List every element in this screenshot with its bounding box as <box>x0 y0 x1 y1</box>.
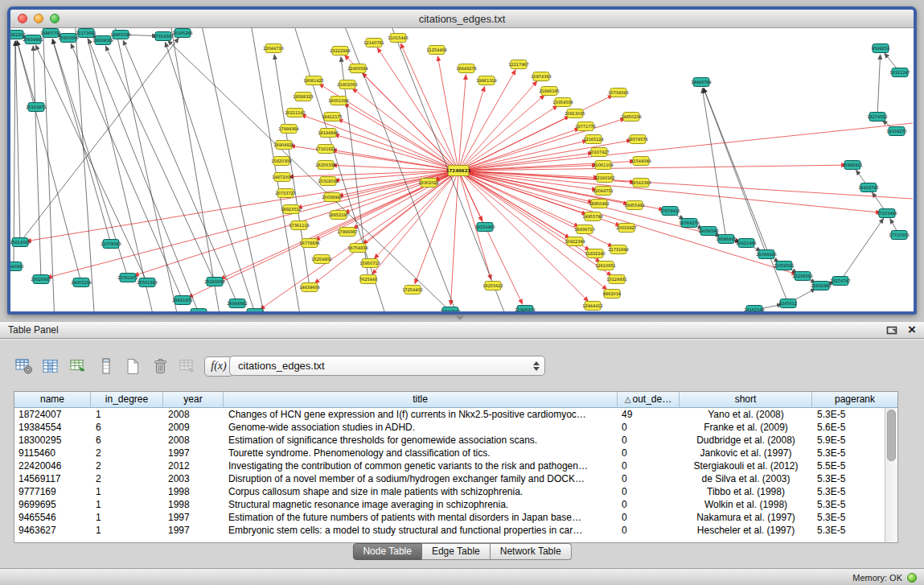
network-canvas[interactable]: 1626220720634891198657081595000621173681… <box>10 28 914 311</box>
graph-node[interactable]: 21731699 <box>608 245 628 254</box>
column-header-title[interactable]: title <box>224 392 618 408</box>
graph-node[interactable]: 16542393 <box>630 179 651 187</box>
graph-node[interactable]: 17103496 <box>877 209 897 218</box>
graph-node[interactable]: 12165124 <box>583 135 603 144</box>
minimize-window-icon[interactable] <box>34 14 43 23</box>
zoom-window-icon[interactable] <box>50 14 60 23</box>
graph-node[interactable]: 11544049 <box>630 157 651 166</box>
table-row[interactable]: 911546021997Tourette syndrome. Phenomeno… <box>14 447 885 459</box>
table-row[interactable]: 1872400712008Changes of HCN gene express… <box>14 408 885 421</box>
graph-node[interactable]: 14872006 <box>272 173 292 182</box>
graph-node[interactable]: 16754838 <box>347 244 368 253</box>
graph-node[interactable]: 18839029 <box>92 36 113 45</box>
graph-node[interactable]: 25614009 <box>10 238 31 247</box>
graph-node[interactable]: 16418745 <box>858 183 878 192</box>
graph-node[interactable]: 19965036 <box>110 31 130 39</box>
graph-node[interactable]: 18784279 <box>679 219 699 228</box>
graph-node[interactable]: 19339270 <box>886 127 906 136</box>
graph-node[interactable]: 19056548 <box>698 227 718 236</box>
graph-node[interactable]: 18923512 <box>281 205 301 214</box>
graph-node[interactable]: 18950492 <box>589 200 609 208</box>
graph-node[interactable]: 11254408 <box>426 46 446 55</box>
graph-node[interactable]: 21061104 <box>593 161 613 170</box>
table-row[interactable]: 1938455462009Genome-wide association stu… <box>14 421 885 434</box>
graph-node[interactable]: 22044733 <box>263 44 283 53</box>
graph-node[interactable]: 17999364 <box>278 125 298 134</box>
graph-node[interactable]: 18274562 <box>867 113 887 122</box>
tab-network-table[interactable]: Network Table <box>491 543 572 560</box>
graph-node[interactable]: 20038947 <box>322 193 342 202</box>
graph-node[interactable]: 17554300 <box>153 32 173 41</box>
graph-node[interactable]: 16256338 <box>315 161 335 170</box>
table-row[interactable]: 2242004622012Investigating the contribut… <box>14 459 885 472</box>
graph-node[interactable]: 16649278 <box>456 64 476 73</box>
graph-node[interactable]: 20421486 <box>736 239 756 248</box>
tab-edge-table[interactable]: Edge Table <box>422 543 491 560</box>
graph-node[interactable]: 26094882 <box>227 299 247 308</box>
graph-node[interactable]: 23274747 <box>830 277 850 286</box>
graph-node[interactable]: 10734043 <box>608 89 628 97</box>
graph-node[interactable]: 22400584 <box>347 64 368 73</box>
graph-node[interactable]: 22238593 <box>792 272 812 281</box>
graph-node[interactable]: 9599254 <box>872 44 889 53</box>
graph-node[interactable]: 12944412 <box>582 302 602 311</box>
graph-node[interactable]: 14955798 <box>582 212 602 221</box>
graph-node[interactable]: 11015443 <box>388 34 408 43</box>
graph-node[interactable]: 18852197 <box>328 211 348 220</box>
graph-node[interactable]: 12217967 <box>508 60 528 69</box>
graph-node[interactable]: 24850238 <box>621 113 641 122</box>
table-row[interactable]: 946362711997Embryonic stem cells: a mode… <box>14 524 885 537</box>
graph-node[interactable]: 13129931 <box>606 275 626 284</box>
graph-node[interactable]: 20195266 <box>172 29 192 38</box>
column-header-name[interactable]: name <box>14 392 91 408</box>
graph-node[interactable]: 10922399 <box>565 237 585 246</box>
graph-node[interactable]: 21173681 <box>76 29 96 38</box>
graph-node[interactable]: 10321247 <box>889 68 910 77</box>
graph-node[interactable]: 24590275 <box>188 309 208 312</box>
graph-node[interactable]: 19448794 <box>691 78 711 87</box>
graph-node[interactable]: 23761972 <box>117 274 138 282</box>
graph-node[interactable]: 18302022 <box>418 179 438 187</box>
graph-node[interactable]: 17710503 <box>889 231 909 240</box>
graph-node[interactable]: 20733727 <box>275 189 295 198</box>
graph-node[interactable]: 13354508 <box>552 98 573 107</box>
network-view-window[interactable]: citations_edges.txt 16262207206348911986… <box>7 6 917 315</box>
table-vertical-scrollbar[interactable] <box>885 408 897 542</box>
graph-node[interactable]: 21078083 <box>101 240 121 249</box>
close-panel-icon[interactable]: × <box>908 324 916 336</box>
graph-node[interactable]: 22044751 <box>593 187 613 196</box>
graph-node[interactable]: 7625440 <box>359 275 377 284</box>
window-titlebar[interactable]: citations_edges.txt <box>10 10 914 28</box>
graph-node[interactable]: 20211142 <box>285 109 305 117</box>
graph-node[interactable]: 19955492 <box>624 201 644 210</box>
show-columns-button[interactable] <box>40 355 62 377</box>
graph-node[interactable]: 11832240 <box>585 249 605 258</box>
scrollbar-thumb[interactable] <box>887 410 896 461</box>
graph-node[interactable]: 20163871 <box>26 103 46 112</box>
single-column-button[interactable] <box>95 355 117 377</box>
graph-node[interactable]: 18081425 <box>303 76 323 85</box>
graph-node[interactable]: 22832961 <box>811 282 831 290</box>
graph-node[interactable]: 15950713 <box>359 259 380 268</box>
close-window-icon[interactable] <box>18 14 27 23</box>
graph-node[interactable]: 23222848 <box>330 47 350 56</box>
graph-node[interactable]: 23831971 <box>172 296 192 305</box>
graph-node[interactable]: 21658581 <box>774 262 794 270</box>
graph-node[interactable]: 21802063 <box>337 80 357 89</box>
column-header-out-degree[interactable]: △out_de… <box>618 392 680 408</box>
graph-node[interactable]: 20634891 <box>23 35 43 44</box>
table-row[interactable]: 1830029562008Estimation of significance … <box>14 434 885 447</box>
graph-node[interactable]: 17240621 <box>446 166 471 176</box>
graph-node[interactable]: 12140781 <box>363 39 384 47</box>
tab-node-table[interactable]: Node Table <box>352 543 422 560</box>
graph-node[interactable]: 21094928 <box>756 250 776 259</box>
graph-node[interactable]: 14639609 <box>299 283 319 292</box>
column-header-short[interactable]: short <box>680 392 812 408</box>
table-row[interactable]: 1456911722003Disruption of a novel membe… <box>14 472 885 485</box>
graph-node[interactable]: 25731964 <box>244 309 265 312</box>
network-graph-svg[interactable]: 1626220720634891198657081595000621173681… <box>10 28 914 311</box>
new-table-button[interactable] <box>122 355 144 377</box>
graph-node[interactable]: 21926974 <box>515 306 535 312</box>
import-table-button[interactable] <box>177 355 199 377</box>
graph-node[interactable]: 19861319 <box>476 76 496 85</box>
